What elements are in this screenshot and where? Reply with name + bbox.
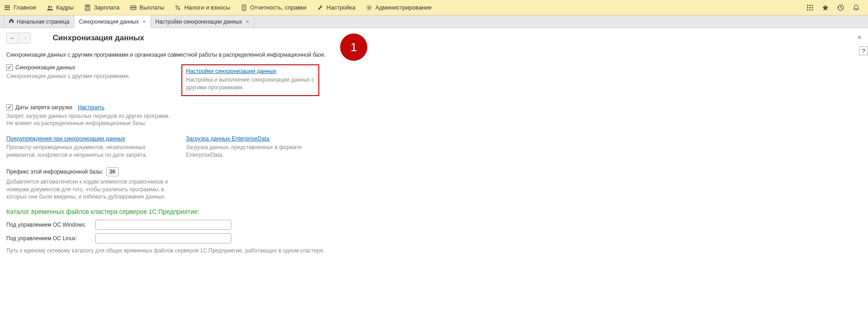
toolbar-item-label: Зарплата bbox=[94, 4, 120, 11]
bell-icon[interactable] bbox=[852, 3, 861, 12]
tab-close-icon[interactable]: × bbox=[142, 18, 146, 25]
svg-point-17 bbox=[809, 5, 811, 6]
nav-back-button[interactable]: ← bbox=[7, 33, 19, 43]
main-toolbar: Главное Кадры Зарплата Выплаты Налоги и … bbox=[0, 0, 868, 15]
percent-icon bbox=[174, 4, 181, 11]
prefix-label: Префикс этой информационной базы: bbox=[6, 169, 103, 175]
sync-settings-desc: Настройка и выполнение синхронизации дан… bbox=[186, 76, 315, 92]
svg-point-8 bbox=[87, 9, 88, 10]
os-windows-input[interactable] bbox=[95, 220, 231, 230]
toolbar-item-main[interactable]: Главное bbox=[4, 4, 36, 11]
svg-point-16 bbox=[807, 5, 809, 6]
toolbar-item-label: Главное bbox=[14, 4, 36, 11]
sync-warnings-link[interactable]: Предупреждения при синхронизации данных bbox=[6, 136, 125, 142]
callout-number: 1 bbox=[340, 34, 367, 61]
svg-point-21 bbox=[812, 7, 813, 8]
svg-point-23 bbox=[809, 9, 811, 10]
os-linux-input[interactable] bbox=[95, 233, 231, 243]
blockdates-checkbox[interactable] bbox=[6, 104, 13, 111]
prefix-desc: Добавляется автоматически к кодам элемен… bbox=[6, 178, 170, 201]
toolbar-item-label: Администрирование bbox=[375, 4, 432, 11]
sync-desc: Синхронизация данных с другими программа… bbox=[6, 73, 170, 80]
prefix-input[interactable] bbox=[106, 167, 119, 176]
nav-buttons: ← → bbox=[6, 33, 31, 44]
svg-point-1 bbox=[50, 6, 52, 8]
svg-point-20 bbox=[809, 7, 811, 8]
toolbar-item-taxes[interactable]: Налоги и взносы bbox=[174, 4, 230, 11]
svg-rect-11 bbox=[131, 7, 136, 8]
toolbar-item-admin[interactable]: Администрирование bbox=[366, 4, 432, 11]
svg-point-15 bbox=[368, 7, 370, 9]
wallet-icon bbox=[130, 4, 137, 11]
blockdates-desc: Запрет загрузки данных прошлых периодов … bbox=[6, 112, 862, 128]
toolbar-item-settings[interactable]: Настройка bbox=[317, 4, 356, 11]
people-icon bbox=[46, 4, 54, 11]
svg-point-4 bbox=[86, 7, 87, 8]
toolbar-item-label: Налоги и взносы bbox=[184, 4, 230, 11]
sync-warnings-desc: Просмотр непроведенных документов, незап… bbox=[6, 144, 170, 159]
svg-point-5 bbox=[87, 7, 88, 8]
tab-label: Начальная страница bbox=[17, 19, 69, 25]
svg-point-6 bbox=[88, 7, 89, 8]
toolbar-item-label: Кадры bbox=[56, 4, 74, 11]
help-button[interactable]: ? bbox=[859, 46, 868, 55]
callout-annotation: 1 bbox=[340, 34, 367, 61]
svg-point-12 bbox=[176, 5, 177, 7]
toolbar-item-label: Отчетность, справки bbox=[250, 4, 307, 11]
page-title: Синхронизация данных bbox=[53, 34, 144, 43]
toolbar-item-label: Выплаты bbox=[140, 4, 165, 11]
apps-icon[interactable] bbox=[805, 3, 814, 12]
toolbar-item-salary[interactable]: Зарплата bbox=[84, 4, 120, 11]
enterprisedata-load-link[interactable]: Загрузка данных EnterpriseData bbox=[186, 136, 269, 142]
document-icon bbox=[240, 4, 248, 11]
os-linux-label: Под управлением ОС Linux: bbox=[6, 235, 93, 242]
toolbar-item-reports[interactable]: Отчетность, справки bbox=[240, 4, 307, 11]
close-page-button[interactable]: × bbox=[858, 34, 862, 42]
svg-point-7 bbox=[86, 9, 87, 10]
toolbar-item-personnel[interactable]: Кадры bbox=[46, 4, 74, 11]
svg-point-24 bbox=[812, 9, 813, 10]
wrench-icon bbox=[317, 4, 324, 11]
sync-settings-highlight: Настройки синхронизации данных Настройка… bbox=[181, 64, 319, 96]
enterprisedata-load-desc: Загрузка данных, представленных в формат… bbox=[186, 144, 322, 159]
os-windows-label: Под управлением ОС Windows: bbox=[6, 222, 93, 228]
nav-forward-button[interactable]: → bbox=[19, 33, 30, 43]
blockdates-configure-link[interactable]: Настроить bbox=[78, 104, 105, 111]
calculator-icon bbox=[84, 4, 91, 11]
tab-label: Синхронизация данных bbox=[79, 19, 139, 25]
sync-checkbox-label: Синхронизация данных bbox=[15, 64, 75, 71]
svg-point-22 bbox=[807, 9, 809, 10]
tab-home[interactable]: Начальная страница bbox=[4, 15, 74, 28]
history-icon[interactable] bbox=[836, 3, 845, 12]
tab-close-icon[interactable]: × bbox=[246, 18, 249, 25]
menu-icon bbox=[4, 4, 11, 11]
sync-checkbox[interactable] bbox=[6, 64, 13, 71]
tabs-bar: Начальная страница Синхронизация данных … bbox=[0, 15, 868, 28]
svg-rect-3 bbox=[86, 5, 89, 6]
page-description: Синхронизация данных с другими программа… bbox=[6, 52, 862, 58]
toolbar-item-payments[interactable]: Выплаты bbox=[130, 4, 165, 11]
svg-point-18 bbox=[812, 5, 813, 6]
svg-point-19 bbox=[807, 7, 809, 8]
tab-sync-data[interactable]: Синхронизация данных × bbox=[74, 15, 151, 28]
svg-point-0 bbox=[48, 5, 49, 7]
temp-section-title: Каталог временных файлов кластера сервер… bbox=[6, 208, 862, 215]
svg-point-13 bbox=[179, 8, 180, 10]
home-icon bbox=[9, 18, 14, 25]
temp-desc: Путь к единому сетевому каталогу для общ… bbox=[6, 247, 862, 255]
tab-label: Настройки синхронизации данных bbox=[156, 19, 243, 25]
gear-icon bbox=[366, 4, 373, 11]
tab-sync-settings[interactable]: Настройки синхронизации данных × bbox=[151, 15, 254, 28]
blockdates-label: Даты запрета загрузки bbox=[15, 104, 73, 111]
sync-settings-link[interactable]: Настройки синхронизации данных bbox=[186, 68, 277, 74]
star-icon[interactable] bbox=[821, 3, 830, 12]
page-body: ← → Синхронизация данных × ? Синхронизац… bbox=[0, 28, 868, 259]
toolbar-item-label: Настройка bbox=[327, 4, 356, 11]
svg-point-9 bbox=[88, 9, 89, 10]
